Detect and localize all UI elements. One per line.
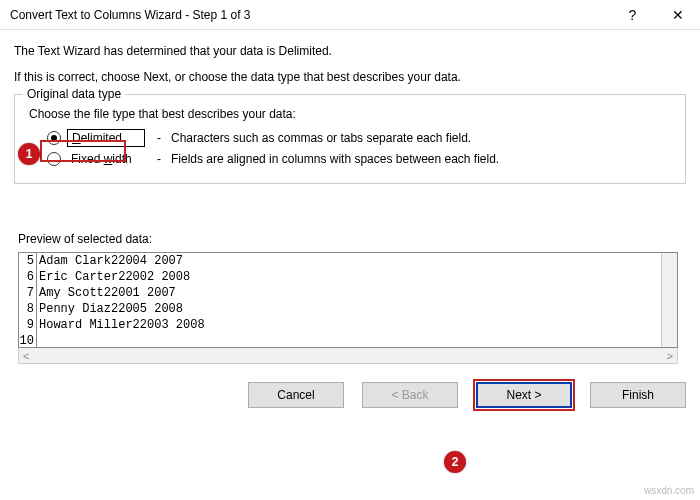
- preview-box: 5Adam Clark22004 2007 6Eric Carter22002 …: [18, 252, 678, 348]
- scroll-left-icon[interactable]: <: [23, 350, 29, 362]
- original-data-type-group: Original data type Choose the file type …: [14, 94, 686, 184]
- preview-row: 7Amy Scott22001 2007: [19, 285, 677, 301]
- help-button[interactable]: ?: [610, 0, 655, 30]
- scroll-right-icon[interactable]: >: [667, 350, 673, 362]
- preview-row: 8Penny Diaz22005 2008: [19, 301, 677, 317]
- fixed-width-description: Fields are aligned in columns with space…: [171, 152, 499, 166]
- fixed-width-radio-label: Fixed width: [67, 151, 145, 167]
- back-button: < Back: [362, 382, 458, 408]
- cancel-button[interactable]: Cancel: [248, 382, 344, 408]
- preview-row: 10: [19, 333, 677, 348]
- dialog-title: Convert Text to Columns Wizard - Step 1 …: [10, 8, 610, 22]
- preview-row: 5Adam Clark22004 2007: [19, 253, 677, 269]
- delimited-radio[interactable]: [47, 131, 61, 145]
- dash-separator: -: [157, 152, 161, 166]
- group-legend: Original data type: [23, 87, 125, 101]
- watermark: wsxdn.com: [644, 485, 694, 496]
- next-button[interactable]: Next >: [476, 382, 572, 408]
- delimited-description: Characters such as commas or tabs separa…: [171, 131, 471, 145]
- delimited-radio-row[interactable]: Delimited - Characters such as commas or…: [47, 129, 673, 147]
- preview-vertical-scrollbar[interactable]: [661, 253, 677, 347]
- annotation-marker-2: 2: [444, 451, 466, 473]
- preview-row: 6Eric Carter22002 2008: [19, 269, 677, 285]
- preview-label: Preview of selected data:: [18, 232, 686, 246]
- delimited-radio-label: Delimited: [67, 129, 145, 147]
- intro-text-1: The Text Wizard has determined that your…: [14, 42, 686, 60]
- annotation-marker-1: 1: [18, 143, 40, 165]
- preview-horizontal-scrollbar[interactable]: < >: [18, 348, 678, 364]
- intro-text-2: If this is correct, choose Next, or choo…: [14, 68, 686, 86]
- finish-button[interactable]: Finish: [590, 382, 686, 408]
- fixed-width-radio[interactable]: [47, 152, 61, 166]
- dash-separator: -: [157, 131, 161, 145]
- close-button[interactable]: ✕: [655, 0, 700, 30]
- choose-file-type-label: Choose the file type that best describes…: [29, 107, 673, 121]
- fixed-width-radio-row[interactable]: Fixed width - Fields are aligned in colu…: [47, 151, 673, 167]
- preview-row: 9Howard Miller22003 2008: [19, 317, 677, 333]
